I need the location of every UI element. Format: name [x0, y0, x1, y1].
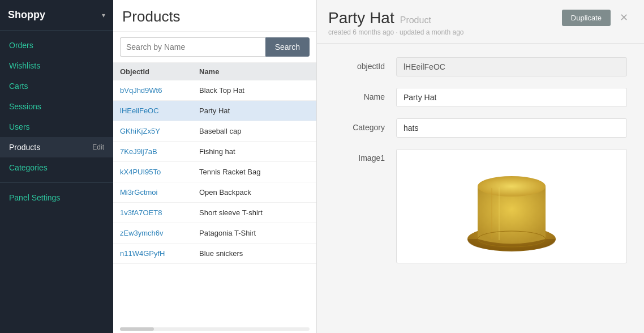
row-name: Baseball cap: [199, 127, 310, 135]
input-category[interactable]: [396, 118, 627, 138]
svg-point-1: [478, 176, 546, 197]
sidebar-item-products[interactable]: Products Edit: [0, 137, 113, 157]
search-button[interactable]: Search: [265, 37, 310, 57]
row-name: Blue snickers: [199, 249, 310, 258]
products-panel-title: Products: [113, 0, 316, 32]
search-input[interactable]: [120, 37, 265, 57]
sidebar-item-wishlists[interactable]: Wishlists: [0, 56, 113, 76]
chevron-down-icon: ▾: [102, 11, 105, 19]
search-bar: Search: [113, 32, 316, 63]
products-edit-badge: Edit: [92, 143, 104, 151]
field-value-category: [396, 118, 627, 138]
sidebar-item-categories[interactable]: Categories: [0, 157, 113, 178]
row-name: Fishing hat: [199, 147, 310, 156]
field-label-category: Category: [334, 118, 385, 132]
detail-type: Product: [400, 15, 431, 25]
table-row[interactable]: bVqJhd9Wt6 Black Top Hat: [113, 80, 316, 101]
sidebar-header: Shoppy ▾: [0, 0, 113, 31]
table-row[interactable]: GKhiKjZx5Y Baseball cap: [113, 121, 316, 142]
detail-actions: Duplicate ✕: [562, 9, 633, 26]
row-id: kX4PUI95To: [120, 168, 199, 176]
row-id: 7KeJ9lj7aB: [120, 147, 199, 156]
image-container: [396, 149, 627, 263]
field-label-objectid: objectId: [334, 57, 385, 71]
col-header-objectid: ObjectId: [120, 67, 199, 76]
table-row[interactable]: lHEeilFeOC Party Hat: [113, 101, 316, 121]
row-id: 1v3fA7OET8: [120, 208, 199, 217]
sidebar: Shoppy ▾ Orders Wishlists Carts Sessions…: [0, 0, 113, 333]
detail-title: Party Hat: [328, 9, 394, 27]
detail-header: Party Hat Product created 6 months ago ·…: [317, 0, 644, 44]
row-name: Tennis Racket Bag: [199, 168, 310, 176]
scrollbar-hint: [120, 327, 310, 331]
field-value-name: [396, 88, 627, 107]
sidebar-item-sessions[interactable]: Sessions: [0, 96, 113, 117]
table-row[interactable]: kX4PUI95To Tennis Racket Bag: [113, 162, 316, 182]
field-row-image1: Image1: [334, 149, 627, 263]
close-button[interactable]: ✕: [615, 9, 633, 26]
detail-title-row: Party Hat Product: [328, 9, 464, 27]
detail-title-area: Party Hat Product created 6 months ago ·…: [328, 9, 464, 36]
sidebar-item-panel-settings[interactable]: Panel Settings: [0, 187, 113, 208]
scrollbar-thumb[interactable]: [120, 327, 154, 331]
table-row[interactable]: 7KeJ9lj7aB Fishing hat: [113, 142, 316, 162]
table-row[interactable]: n11W4GPyfH Blue snickers: [113, 244, 316, 264]
input-objectid[interactable]: [396, 57, 627, 76]
table-header: ObjectId Name: [113, 63, 316, 80]
field-label-image1: Image1: [334, 149, 385, 163]
detail-meta: created 6 months ago · updated a month a…: [328, 28, 464, 36]
row-name: Short sleeve T-shirt: [199, 208, 310, 217]
row-id: lHEeilFeOC: [120, 106, 199, 115]
field-row-objectid: objectId: [334, 57, 627, 76]
app-title: Shoppy: [8, 9, 45, 21]
col-header-name: Name: [199, 67, 310, 76]
row-id: n11W4GPyfH: [120, 249, 199, 258]
duplicate-button[interactable]: Duplicate: [562, 10, 611, 26]
row-id: Mi3rGctmoi: [120, 188, 199, 197]
table-row[interactable]: 1v3fA7OET8 Short sleeve T-shirt: [113, 203, 316, 223]
field-row-category: Category: [334, 118, 627, 138]
sidebar-nav: Orders Wishlists Carts Sessions Users Pr…: [0, 31, 113, 208]
row-name: Open Backpack: [199, 188, 310, 197]
nav-divider: [0, 182, 113, 183]
party-hat-image: [449, 155, 574, 257]
table-row[interactable]: zEw3ymch6v Patagonia T-Shirt: [113, 223, 316, 244]
products-table: ObjectId Name bVqJhd9Wt6 Black Top Hat l…: [113, 63, 316, 325]
row-id: zEw3ymch6v: [120, 229, 199, 237]
input-name[interactable]: [396, 88, 627, 107]
detail-panel: Party Hat Product created 6 months ago ·…: [317, 0, 644, 333]
table-rows-container: bVqJhd9Wt6 Black Top Hat lHEeilFeOC Part…: [113, 80, 316, 264]
sidebar-item-users[interactable]: Users: [0, 117, 113, 137]
row-name: Black Top Hat: [199, 86, 310, 95]
row-id: GKhiKjZx5Y: [120, 127, 199, 135]
table-row[interactable]: Mi3rGctmoi Open Backpack: [113, 182, 316, 203]
row-name: Patagonia T-Shirt: [199, 229, 310, 237]
field-value-objectid: [396, 57, 627, 76]
row-name: Party Hat: [199, 106, 310, 115]
sidebar-item-orders[interactable]: Orders: [0, 35, 113, 56]
field-label-name: Name: [334, 88, 385, 101]
sidebar-item-products-label: Products: [9, 143, 40, 152]
row-id: bVqJhd9Wt6: [120, 86, 199, 95]
sidebar-item-carts[interactable]: Carts: [0, 76, 113, 96]
field-row-name: Name: [334, 88, 627, 107]
products-panel: Products Search ObjectId Name bVqJhd9Wt6…: [113, 0, 317, 333]
detail-body: objectId Name Category Image1: [317, 44, 644, 277]
